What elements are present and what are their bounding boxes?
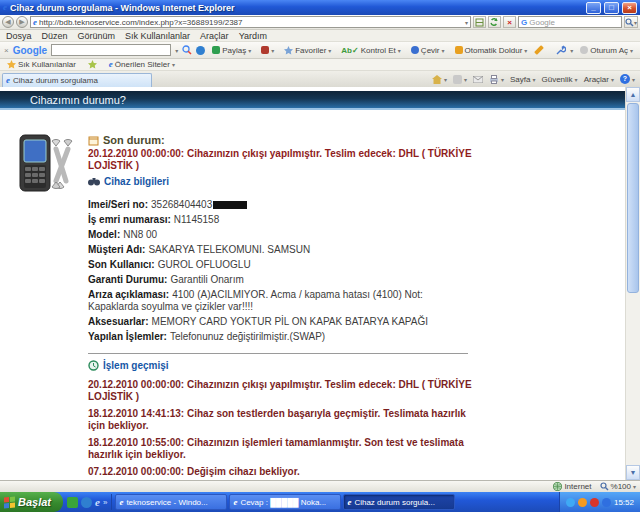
ie-quicklaunch-icon[interactable]: e	[95, 497, 100, 508]
compatibility-view-button[interactable]	[473, 16, 486, 28]
device-info-heading[interactable]: Cihaz bilgileri	[88, 176, 610, 187]
search-box[interactable]: G	[518, 16, 622, 28]
safety-menu-button[interactable]: Güvenlik▾	[541, 75, 577, 84]
menu-yardim[interactable]: Yardım	[239, 31, 267, 41]
menu-sik-kullanilanlar[interactable]: Sık Kullanılanlar	[125, 31, 190, 41]
scrollbar-thumb[interactable]	[627, 103, 639, 293]
device-info-row: İş emri numarası:N1145158	[88, 214, 473, 226]
address-field[interactable]: e ▾	[30, 16, 471, 28]
menu-gorunum[interactable]: Görünüm	[78, 31, 116, 41]
magnifier-icon	[625, 18, 634, 27]
wrench-icon[interactable]	[556, 45, 566, 55]
device-info-row: Yapılan İşlemler:Telefonunuz değiştirilm…	[88, 331, 473, 343]
back-button[interactable]: ◀	[2, 16, 14, 28]
bookmarks-button[interactable]: ▾	[258, 45, 277, 55]
search-go-button[interactable]: ▾	[624, 16, 638, 28]
google-search-dropdown-icon[interactable]: ▾	[175, 47, 178, 54]
close-button[interactable]: ×	[622, 2, 637, 14]
history-entry: 07.12.2010 00:00:00: Değişim cihazı bekl…	[88, 466, 473, 478]
spellcheck-button[interactable]: Ab✓Kontrol Et▾	[338, 45, 404, 56]
address-dropdown-icon[interactable]: ▾	[465, 19, 468, 26]
share-button[interactable]: Paylaş▾	[209, 45, 254, 56]
binoculars-icon	[88, 177, 100, 186]
scroll-up-icon[interactable]: ▲	[626, 87, 640, 102]
tab-strip: e Cihaz durum sorgulama ▾ ▾ ▾ Sayfa▾ Güv…	[0, 71, 640, 87]
globe-icon	[553, 482, 562, 491]
quick-launch: e »	[63, 494, 112, 510]
menu-araclar[interactable]: Araçlar	[200, 31, 229, 41]
wrench-dropdown-icon[interactable]: ▾	[570, 47, 573, 54]
minimize-button[interactable]: _	[586, 2, 601, 14]
favorites-star-icon	[7, 60, 16, 69]
google-toolbar: × Google ▾ Paylaş▾ ▾ Favoriler▾ Ab✓Kontr…	[0, 42, 640, 59]
tray-network-icon[interactable]	[602, 498, 611, 507]
pen-highlighter-icon[interactable]	[534, 45, 544, 55]
last-status-heading: Son durum:	[88, 134, 610, 146]
forward-button[interactable]: ▶	[16, 16, 28, 28]
add-favorite-button[interactable]	[85, 59, 100, 70]
autofill-button[interactable]: Otomatik Doldur▾	[452, 45, 531, 56]
page-menu-button[interactable]: Sayfa▾	[510, 75, 535, 84]
menu-dosya[interactable]: Dosya	[6, 31, 32, 41]
device-info-row: Arıza açıklaması:4100 (A)ACILMIYOR. Acma…	[88, 289, 473, 313]
add-favorite-star-icon	[88, 60, 97, 69]
device-info-row: Garanti Durumu:Garantili Onarım	[88, 274, 473, 286]
browse-globe-icon[interactable]	[196, 46, 205, 55]
vertical-scrollbar[interactable]: ▲ ▼	[625, 87, 640, 480]
tray-antivirus-icon[interactable]	[590, 498, 599, 507]
status-report: Son durum: 20.12.2010 00:00:00: Cihazını…	[0, 110, 640, 480]
feeds-button[interactable]: ▾	[453, 75, 467, 84]
taskbar-window-3-active[interactable]: e Cihaz durum sorgula...	[343, 494, 455, 510]
ie-task-icon: e	[119, 498, 123, 507]
last-status-text: 20.12.2010 00:00:00: Cihazınızın çıkışı …	[88, 148, 478, 172]
google-toolbar-search-input[interactable]	[51, 44, 171, 56]
quicklaunch-overflow-icon[interactable]: »	[103, 498, 107, 507]
star-icon	[284, 46, 293, 55]
stop-button[interactable]: ×	[503, 16, 516, 28]
history-list: 20.12.2010 00:00:00: Cihazınızın çıkışı …	[88, 379, 610, 480]
home-button[interactable]: ▾	[432, 75, 447, 84]
translate-button[interactable]: Çevir▾	[408, 45, 448, 56]
device-info-list: Imei/Seri no:35268404403 İş emri numaras…	[88, 199, 610, 343]
history-heading[interactable]: İşlem geçmişi	[88, 360, 610, 371]
search-options-icon[interactable]: ▾	[634, 19, 637, 26]
tab-label: Cihaz durum sorgulama	[13, 76, 98, 85]
taskbar: Başlat e » e teknoservice - Windo... e C…	[0, 492, 640, 512]
messenger-icon[interactable]	[81, 497, 92, 508]
taskbar-window-1[interactable]: e teknoservice - Windo...	[115, 494, 227, 510]
tab-cihaz-durum[interactable]: e Cihaz durum sorgulama	[2, 73, 152, 87]
help-button[interactable]: ?▾	[620, 74, 635, 84]
taskbar-clock[interactable]: 15:52	[614, 498, 634, 507]
section-divider	[88, 353, 468, 354]
tray-update-icon[interactable]	[578, 498, 587, 507]
read-mail-button[interactable]	[473, 76, 483, 83]
ie-task-icon: e	[233, 498, 237, 507]
rss-feed-icon	[453, 75, 462, 84]
sign-in-button[interactable]: Oturum Aç▾	[577, 45, 636, 56]
start-button[interactable]: Başlat	[0, 492, 63, 512]
banner-title: Cihazımın durumu?	[0, 94, 126, 106]
toolbar-close-icon[interactable]: ×	[4, 46, 9, 55]
system-tray: 15:52	[559, 492, 640, 512]
url-input[interactable]	[39, 18, 463, 27]
suggested-sites-button[interactable]: e Önerilen Siteler▾	[106, 59, 178, 70]
search-ara-icon[interactable]	[182, 45, 192, 55]
print-button[interactable]: ▾	[489, 75, 504, 84]
device-info-row: Müşteri Adı:SAKARYA TELEKOMUNI. SAMSUN	[88, 244, 473, 256]
device-info-row: Model:NN8 00	[88, 229, 473, 241]
tray-messenger-icon[interactable]	[566, 498, 575, 507]
zoom-control[interactable]: %100 ▾	[600, 482, 636, 491]
menu-duzen[interactable]: Düzen	[42, 31, 68, 41]
refresh-button[interactable]	[488, 16, 501, 28]
page-content: Cihazımın durumu? Son durum:	[0, 87, 640, 480]
scroll-down-icon[interactable]: ▼	[626, 465, 640, 480]
maximize-button[interactable]: □	[604, 2, 619, 14]
history-entry: 20.12.2010 00:00:00: Cihazınızın çıkışı …	[88, 379, 473, 403]
title-bar: e Cihaz durum sorgulama - Windows Intern…	[0, 0, 640, 15]
tools-menu-button[interactable]: Araçlar▾	[584, 75, 614, 84]
search-input[interactable]	[529, 18, 619, 27]
favorites-bar-button[interactable]: Sık Kullanılanlar	[4, 59, 79, 70]
show-desktop-icon[interactable]	[67, 497, 78, 508]
taskbar-window-2[interactable]: e Cevap : █████ Noka...	[229, 494, 341, 510]
favorites-button[interactable]: Favoriler▾	[281, 45, 334, 56]
